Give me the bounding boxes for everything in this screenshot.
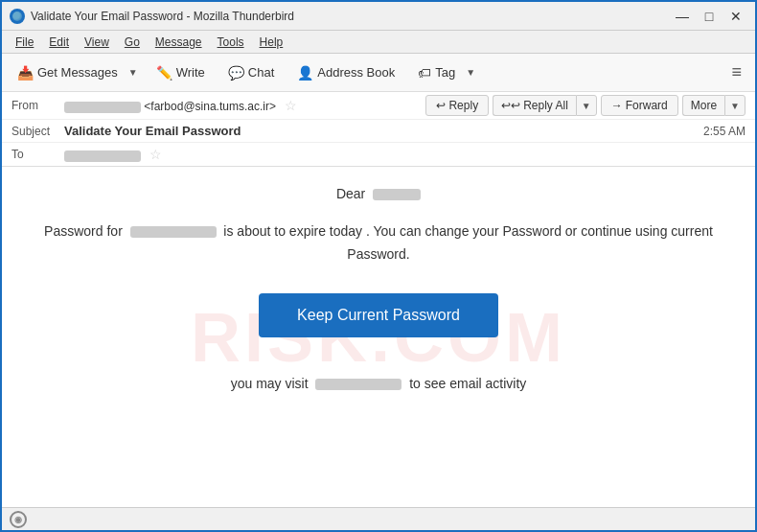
- reply-all-label: Reply All: [523, 99, 568, 112]
- email-header: From <farbod@sina.tums.ac.ir> ☆ ↩ Reply …: [2, 92, 755, 167]
- to-star-icon[interactable]: ☆: [149, 147, 162, 162]
- footer-suffix: to see email activity: [409, 376, 526, 391]
- from-star-icon[interactable]: ☆: [285, 98, 297, 113]
- to-label: To: [11, 148, 64, 161]
- write-button[interactable]: ✏️ Write: [149, 61, 213, 84]
- menu-message[interactable]: Message: [149, 34, 208, 51]
- email-body: RISK.COM Dear Password for is about to e…: [2, 167, 755, 507]
- chat-label: Chat: [248, 65, 274, 80]
- get-messages-button[interactable]: 📥 Get Messages: [10, 61, 126, 84]
- address-book-button[interactable]: 👤 Address Book: [289, 61, 402, 84]
- from-label: From: [11, 99, 64, 112]
- more-label: More: [691, 99, 717, 112]
- email-footer: you may visit to see email activity: [31, 376, 726, 391]
- footer-link-blurred: [315, 379, 401, 390]
- keep-password-button[interactable]: Keep Current Password: [259, 293, 498, 337]
- titlebar: Validate Your Email Password - Mozilla T…: [2, 2, 755, 31]
- get-messages-label: Get Messages: [37, 65, 118, 80]
- tag-button[interactable]: 🏷 Tag: [410, 61, 463, 84]
- toolbar: 📥 Get Messages ▼ ✏️ Write 💬 Chat 👤 Addre…: [2, 54, 755, 92]
- window-controls: — □ ✕: [671, 7, 747, 26]
- footer-prefix: you may visit: [231, 376, 309, 391]
- write-label: Write: [176, 65, 205, 80]
- reply-icon: ↩: [436, 99, 446, 112]
- reply-all-icon: ↩↩: [501, 99, 520, 112]
- menu-edit[interactable]: Edit: [43, 34, 75, 51]
- menu-help[interactable]: Help: [254, 34, 289, 51]
- body-suffix: is about to expire today . You can chang…: [223, 223, 713, 262]
- from-row: From <farbod@sina.tums.ac.ir> ☆ ↩ Reply …: [2, 92, 755, 120]
- statusbar: ◉: [2, 507, 755, 530]
- from-name-blurred: [64, 102, 141, 113]
- body-prefix: Password for: [44, 223, 123, 239]
- to-value: ☆: [64, 147, 162, 162]
- reply-all-dropdown-arrow[interactable]: ▼: [576, 95, 597, 116]
- menu-view[interactable]: View: [79, 34, 115, 51]
- reply-all-split: ↩↩ Reply All ▼: [493, 95, 597, 116]
- greeting-prefix: Dear: [336, 186, 365, 201]
- greeting-name-blurred: [373, 189, 421, 200]
- address-book-icon: 👤: [297, 65, 313, 81]
- menu-tools[interactable]: Tools: [212, 34, 250, 51]
- close-button[interactable]: ✕: [724, 7, 747, 26]
- header-action-buttons: ↩ Reply ↩↩ Reply All ▼ → Forward More: [425, 95, 746, 116]
- titlebar-left: Validate Your Email Password - Mozilla T…: [10, 9, 294, 24]
- tag-dropdown-arrow[interactable]: ▼: [463, 63, 478, 81]
- email-body-paragraph: Password for is about to expire today . …: [31, 220, 726, 266]
- body-name-blurred: [130, 226, 217, 238]
- to-row: To ☆: [2, 143, 755, 166]
- to-name-blurred: [64, 150, 141, 162]
- get-messages-dropdown-arrow[interactable]: ▼: [126, 63, 141, 81]
- menubar: File Edit View Go Message Tools Help: [2, 31, 755, 54]
- forward-button[interactable]: → Forward: [601, 95, 678, 116]
- app-icon: [10, 9, 25, 24]
- email-time: 2:55 AM: [703, 125, 746, 138]
- status-icon-label: ◉: [14, 515, 22, 524]
- write-icon: ✏️: [156, 65, 172, 81]
- subject-text: Validate Your Email Password: [64, 124, 703, 138]
- chat-icon: 💬: [228, 65, 244, 81]
- from-email: <farbod@sina.tums.ac.ir>: [144, 100, 276, 113]
- more-split: More ▼: [682, 95, 746, 116]
- status-icon: ◉: [10, 511, 27, 528]
- from-value: <farbod@sina.tums.ac.ir> ☆: [64, 98, 425, 113]
- main-window: Validate Your Email Password - Mozilla T…: [0, 0, 757, 532]
- menu-file[interactable]: File: [10, 34, 39, 51]
- email-content: Dear Password for is about to expire tod…: [31, 186, 726, 391]
- hamburger-menu[interactable]: ≡: [725, 60, 747, 84]
- get-messages-icon: 📥: [17, 65, 34, 81]
- forward-icon: →: [611, 99, 623, 112]
- minimize-button[interactable]: —: [671, 7, 694, 26]
- window-title: Validate Your Email Password - Mozilla T…: [31, 10, 294, 23]
- tag-label: Tag: [435, 65, 455, 80]
- subject-label: Subject: [11, 125, 64, 138]
- reply-all-button[interactable]: ↩↩ Reply All: [493, 95, 576, 116]
- tag-icon: 🏷: [418, 65, 431, 81]
- subject-row: Subject Validate Your Email Password 2:5…: [2, 120, 755, 143]
- reply-button[interactable]: ↩ Reply: [425, 95, 489, 116]
- email-greeting: Dear: [31, 186, 726, 201]
- menu-go[interactable]: Go: [119, 34, 146, 51]
- get-messages-dropdown: 📥 Get Messages ▼: [10, 61, 141, 84]
- tag-dropdown: 🏷 Tag ▼: [410, 61, 478, 84]
- more-button[interactable]: More: [682, 95, 724, 116]
- maximize-button[interactable]: □: [698, 7, 721, 26]
- reply-label: Reply: [448, 99, 478, 112]
- more-dropdown-arrow[interactable]: ▼: [724, 95, 746, 116]
- address-book-label: Address Book: [317, 65, 395, 80]
- chat-button[interactable]: 💬 Chat: [220, 61, 282, 84]
- forward-label: Forward: [626, 99, 668, 112]
